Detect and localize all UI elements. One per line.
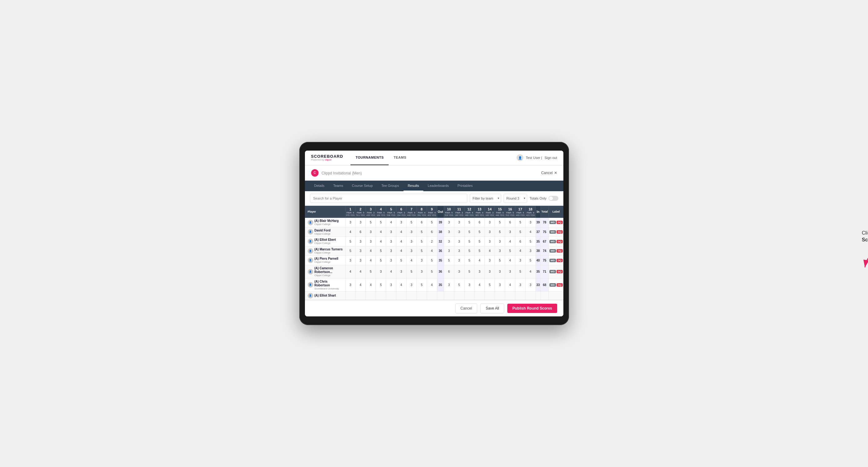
score-cell[interactable]: 3 [396,265,406,278]
score-cell[interactable]: 5 [427,256,437,265]
score-cell[interactable]: 5 [495,256,505,265]
tab-tee-groups[interactable]: Tee Groups [377,181,403,191]
score-cell[interactable]: 3 [406,227,416,237]
score-cell[interactable]: 3 [396,218,406,227]
score-cell[interactable] [437,291,444,300]
score-cell[interactable]: 4 [474,256,485,265]
score-cell[interactable]: 3 [366,237,376,246]
score-cell[interactable]: 5 [464,237,474,246]
score-cell[interactable]: 5 [485,278,495,291]
score-cell[interactable]: 3 [386,246,396,256]
score-cell[interactable]: 4 [505,237,515,246]
score-cell[interactable]: 4 [355,278,366,291]
score-cell[interactable]: 4 [515,246,525,256]
score-cell[interactable]: 3 [345,218,355,227]
score-cell[interactable]: 3 [485,227,495,237]
tab-teams[interactable]: Teams [329,181,347,191]
cancel-button[interactable]: Cancel [455,303,477,313]
score-cell[interactable]: 5 [345,246,355,256]
score-cell[interactable]: 5 [406,218,416,227]
nav-tournaments[interactable]: TOURNAMENTS [350,151,389,165]
score-cell[interactable]: 5 [376,278,386,291]
score-cell[interactable]: 5 [495,218,505,227]
score-cell[interactable]: 3 [366,227,376,237]
score-cell[interactable]: 5 [376,256,386,265]
score-cell[interactable]: 3 [416,256,427,265]
score-cell[interactable]: 5 [454,278,464,291]
score-cell[interactable]: 4 [376,227,386,237]
score-cell[interactable]: 3 [474,265,485,278]
score-cell[interactable]: 4 [525,227,535,237]
score-cell[interactable]: 4 [505,278,515,291]
score-cell[interactable]: 6 [474,218,485,227]
score-cell[interactable]: 3 [355,237,366,246]
dq-badge[interactable]: DQ [557,230,563,234]
score-cell[interactable]: 5 [525,237,535,246]
score-cell[interactable]: 5 [464,256,474,265]
score-cell[interactable]: 6 [355,227,366,237]
wd-badge[interactable]: WD [550,283,556,287]
score-cell[interactable]: 3 [464,278,474,291]
score-cell[interactable]: 3 [454,227,464,237]
filter-team-wrapper[interactable]: Filter by team [470,194,501,203]
score-cell[interactable]: 4 [366,256,376,265]
sign-out-link[interactable]: Sign out [545,156,557,160]
score-cell[interactable] [535,291,540,300]
score-cell[interactable]: 3 [444,237,454,246]
score-cell[interactable]: 4 [396,237,406,246]
publish-round-scores-button[interactable]: Publish Round Scores [507,304,557,313]
score-cell[interactable]: 3 [444,227,454,237]
score-cell[interactable] [416,291,427,300]
score-cell[interactable]: 5 [464,218,474,227]
tab-details[interactable]: Details [310,181,329,191]
score-cell[interactable]: 4 [345,265,355,278]
score-cell[interactable]: 3 [454,265,464,278]
score-cell[interactable]: 5 [427,265,437,278]
score-cell[interactable] [406,291,416,300]
score-cell[interactable]: 5 [416,246,427,256]
score-cell[interactable]: 5 [515,227,525,237]
score-cell[interactable]: 2 [427,237,437,246]
score-cell[interactable]: 5 [416,237,427,246]
score-cell[interactable]: 3 [444,278,454,291]
score-cell[interactable]: 4 [485,246,495,256]
score-cell[interactable]: 6 [515,237,525,246]
score-cell[interactable]: 3 [495,265,505,278]
wd-badge[interactable]: WD [550,249,556,253]
score-cell[interactable]: 3 [345,256,355,265]
score-cell[interactable]: 4 [406,256,416,265]
score-cell[interactable]: 3 [355,218,366,227]
score-cell[interactable] [386,291,396,300]
score-cell[interactable]: 4 [376,237,386,246]
cancel-header-button[interactable]: Cancel ✕ [541,171,557,175]
score-cell[interactable] [396,291,406,300]
score-cell[interactable]: 5 [416,278,427,291]
score-cell[interactable]: 3 [454,246,464,256]
score-cell[interactable]: 6 [416,218,427,227]
score-cell[interactable]: 5 [376,218,386,227]
dq-badge[interactable]: DQ [557,270,563,273]
tab-results[interactable]: Results [403,181,424,191]
score-cell[interactable]: 4 [366,278,376,291]
score-cell[interactable]: 3 [386,278,396,291]
score-cell[interactable]: 5 [474,237,485,246]
score-cell[interactable]: 6 [505,218,515,227]
score-cell[interactable]: 4 [396,278,406,291]
score-cell[interactable]: 5 [515,218,525,227]
score-cell[interactable]: 5 [376,246,386,256]
score-cell[interactable]: 3 [485,218,495,227]
score-cell[interactable]: 3 [454,256,464,265]
dq-badge[interactable]: DQ [557,283,563,287]
wd-badge[interactable]: WD [550,221,556,224]
score-cell[interactable]: 5 [366,218,376,227]
score-cell[interactable]: 3 [525,218,535,227]
score-cell[interactable] [464,291,474,300]
score-cell[interactable] [525,291,535,300]
score-cell[interactable]: 5 [474,246,485,256]
score-cell[interactable] [454,291,464,300]
score-cell[interactable] [485,291,495,300]
score-cell[interactable]: 3 [386,256,396,265]
search-input[interactable] [310,194,468,203]
score-cell[interactable]: 4 [396,227,406,237]
score-cell[interactable]: 5 [406,265,416,278]
